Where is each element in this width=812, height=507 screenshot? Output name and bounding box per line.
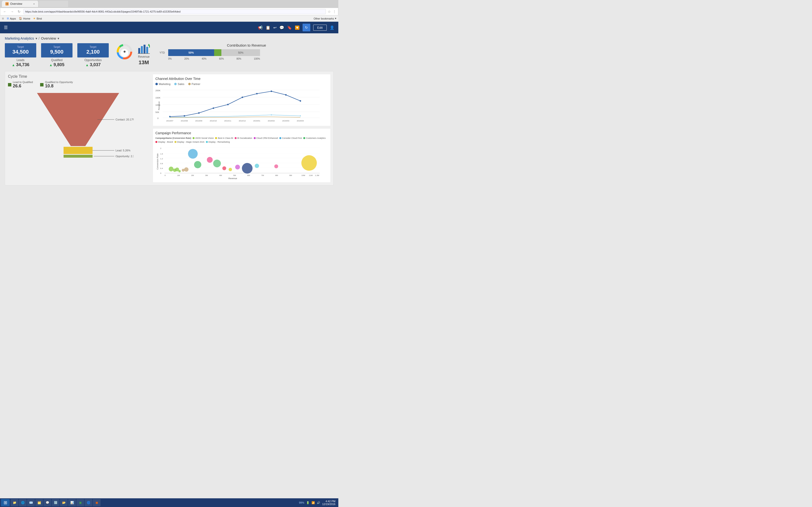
contrib-bar-gray: 50% <box>221 49 260 56</box>
filter-icon[interactable]: 🔽 <box>295 25 300 30</box>
bubble-social-vision-4 <box>179 170 181 172</box>
channel-chart-legend: Marketing Sales Partner <box>155 82 200 87</box>
cycle-metric-qto-label: Qualified to Opportunity <box>45 80 73 83</box>
kpi-actual-opps: ▲ 3,037 <box>86 62 101 67</box>
cycle-metric-ltq: Lead to Qualified 26.6 <box>8 80 33 89</box>
bookmark-other[interactable]: Other bookmarks ▾ <box>314 17 337 20</box>
birst-icon: ★ <box>33 17 36 20</box>
kpi-actual-qualified: ▲ 9,805 <box>49 62 64 67</box>
svg-rect-15 <box>63 147 93 154</box>
tab-close-btn[interactable]: × <box>33 2 35 5</box>
svg-text:2014/11: 2014/11 <box>224 120 231 122</box>
kpi-label-qualified: Qualified <box>51 58 62 62</box>
comment-icon[interactable]: 💬 <box>280 25 284 30</box>
svg-text:0.8: 0.8 <box>160 163 163 165</box>
revenue-donut-icon: ⬤ <box>116 43 133 60</box>
kpi-card-opportunities: Target 2,100 Opportunities ▲ 3,037 <box>77 43 109 67</box>
bookmark2-icon[interactable]: 🔖 <box>287 25 292 30</box>
kpi-actual-opps-value: 3,037 <box>90 62 101 67</box>
svg-text:Contact: 20.17%: Contact: 20.17% <box>115 118 134 121</box>
kpi-label-opps: Opportunities <box>84 58 101 62</box>
svg-text:2015/02: 2015/02 <box>268 120 275 122</box>
refresh-btn[interactable]: ↻ <box>17 9 21 14</box>
legend-cust-analytics: Customers Analytics <box>303 137 326 139</box>
kpi-actual-leads-value: 34,736 <box>16 62 29 67</box>
legend-bi-soc: BI Socialization <box>235 137 252 139</box>
kpi-target-leads-label: Target <box>11 46 31 48</box>
svg-rect-7 <box>138 48 140 53</box>
bubble-pink-8m <box>274 164 278 168</box>
browser-tabs: ⚙ Overview × <box>0 0 338 8</box>
bookmark-birst[interactable]: ★ Birst <box>33 17 42 20</box>
breadcrumb-current[interactable]: Overview <box>41 36 56 40</box>
svg-text:6M: 6M <box>247 174 250 176</box>
back-btn[interactable]: ← <box>2 9 7 14</box>
svg-point-46 <box>300 115 301 116</box>
svg-text:Revenue: Revenue <box>229 177 237 179</box>
revenue-section: ⬤ <box>116 43 133 60</box>
svg-text:5M: 5M <box>233 174 236 176</box>
svg-text:1.2M: 1.2M <box>315 174 319 176</box>
svg-rect-10 <box>146 47 148 53</box>
svg-rect-13 <box>149 46 150 48</box>
kpi-target-opps-label: Target <box>83 46 103 48</box>
svg-text:1.6: 1.6 <box>160 153 163 155</box>
share-icon[interactable]: ↩ <box>273 25 276 30</box>
bookmarks-bar: ⊞ ⊞ Apps 🏠 Home ★ Birst Other bookmarks … <box>0 15 338 22</box>
legend-sales: Sales <box>174 82 185 86</box>
kpi-box-opportunities: Target 2,100 <box>77 43 109 57</box>
browser-tab[interactable]: ⚙ Overview × <box>2 1 38 7</box>
svg-text:2015/03: 2015/03 <box>282 120 289 122</box>
apps-grid-icon[interactable]: ⊞ <box>2 17 4 20</box>
svg-point-45 <box>271 114 272 115</box>
legend-partner: Partner <box>188 82 200 86</box>
revenue-bar-icon <box>138 43 150 54</box>
bookmark-apps[interactable]: ⊞ Apps <box>7 17 16 20</box>
user-icon[interactable]: 👤 <box>329 25 335 30</box>
svg-rect-9 <box>144 45 146 53</box>
hamburger-menu-icon[interactable]: ☰ <box>4 25 8 30</box>
svg-text:⬤: ⬤ <box>123 50 126 53</box>
dot-display-brand <box>155 141 157 143</box>
svg-text:8M: 8M <box>275 174 278 176</box>
kpi-box-leads: Target 34,500 <box>5 43 36 57</box>
bookmark-home[interactable]: 🏠 Home <box>19 17 30 20</box>
chart-legend: Marketing Sales Partner <box>155 82 200 86</box>
breadcrumb-parent[interactable]: Marketing Analytics <box>5 37 34 40</box>
bubble-purple-5.5m <box>235 165 240 169</box>
legend-social-vision: 20/20 Social Vision <box>193 137 214 139</box>
svg-point-37 <box>213 107 214 109</box>
main-content: Target 34,500 Leads ▲ 34,736 Target 9,50… <box>0 43 338 188</box>
kpi-actual-leads: ▲ 34,736 <box>12 62 30 67</box>
address-input[interactable] <box>23 9 326 14</box>
funnel-container: Contact: 20.17% Lead: 5.26% Opportunity:… <box>8 91 148 158</box>
ytd-label: YTD <box>159 51 166 54</box>
cycle-time-panel: Cycle Time Lead to Qualified 26.6 Qualif… <box>8 74 148 182</box>
contrib-axis: 0% 20% 40% 60% 80% 100% <box>168 57 260 60</box>
app-header: ☰ 📢 📋 ↩ 💬 🔖 🔽 ↻ Edit 👤 <box>0 22 338 33</box>
dot-cloud-crm <box>254 137 256 139</box>
bubble-display-brand <box>207 157 213 163</box>
legend-dot-marketing <box>155 83 158 85</box>
star-icon[interactable]: ☆ <box>328 10 331 13</box>
cycle-time-title: Cycle Time <box>8 74 148 79</box>
forward-btn[interactable]: → <box>9 9 15 14</box>
legend-display-brand: Display - Brand <box>155 141 173 143</box>
contribution-section: Contribution to Revenue YTD 50% 50% 0% 2… <box>159 43 334 60</box>
broadcast-icon[interactable]: 📢 <box>258 25 263 30</box>
svg-text:2014/12: 2014/12 <box>239 120 246 122</box>
legend-remarketing: Display - Remarketing <box>206 141 230 143</box>
bookmark-icon[interactable]: ⋮ <box>333 10 336 13</box>
svg-point-39 <box>242 97 243 98</box>
legend-dot-sales <box>174 83 176 85</box>
svg-text:Conversion Rate: Conversion Rate <box>156 153 159 169</box>
copy-icon[interactable]: 📋 <box>266 25 270 30</box>
edit-button[interactable]: Edit <box>313 24 327 31</box>
cycle-metric-ltq-value: 26.6 <box>13 83 33 89</box>
funnel-chart: Contact: 20.17% Lead: 5.26% Opportunity:… <box>22 91 134 158</box>
cycle-sq-ltq <box>8 83 11 87</box>
chevron-down-icon: ▾ <box>335 17 337 20</box>
refresh-button[interactable]: ↻ <box>303 24 310 32</box>
svg-text:Revenue: Revenue <box>158 101 160 110</box>
apps-icon: ⊞ <box>7 17 9 20</box>
